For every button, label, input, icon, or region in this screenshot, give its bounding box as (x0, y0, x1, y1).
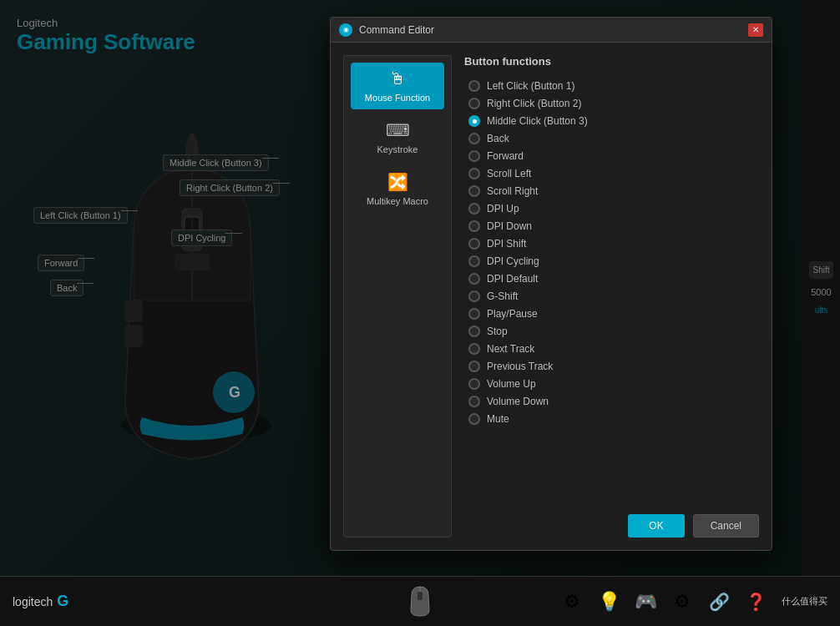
category-multikey-macro-label: Multikey Macro (367, 196, 428, 206)
radio-circle-dpi-default (468, 273, 480, 285)
radio-item-back[interactable]: Back (464, 130, 759, 147)
taskbar-icon-gaming[interactable]: 🎮 (630, 587, 660, 617)
radio-label-volume-up: Volume Up (487, 378, 536, 390)
radio-circle-stop (468, 326, 480, 337)
radio-circle-right-click (468, 98, 480, 109)
dialog-titlebar: ◉ Command Editor ✕ (331, 18, 772, 43)
radio-item-dpi-cycling[interactable]: DPI Cycling (464, 253, 759, 270)
multikey-macro-icon: 🔀 (387, 172, 408, 192)
svg-rect-10 (417, 592, 423, 600)
taskbar-icon-config[interactable]: ⚙ (667, 587, 697, 617)
radio-circle-back (468, 133, 480, 144)
radio-item-stop[interactable]: Stop (464, 323, 759, 340)
radio-label-previous-track: Previous Track (487, 361, 553, 372)
radio-circle-next-track (468, 343, 480, 355)
keystroke-icon: ⌨ (386, 120, 410, 140)
radio-circle-previous-track (468, 361, 480, 372)
taskbar-icon-help[interactable]: ❓ (741, 587, 771, 617)
radio-circle-volume-up (468, 378, 480, 390)
radio-item-forward[interactable]: Forward (464, 148, 759, 164)
dialog-content: 🖱 Mouse Function ⌨ Keystroke 🔀 Multikey … (331, 43, 772, 550)
radio-circle-dpi-shift (468, 238, 480, 250)
radio-item-dpi-default[interactable]: DPI Default (464, 270, 759, 287)
radio-circle-left-click (468, 80, 480, 92)
radio-label-g-shift: G-Shift (487, 290, 518, 302)
category-panel: 🖱 Mouse Function ⌨ Keystroke 🔀 Multikey … (343, 55, 452, 538)
options-panel: Button functions Left Click (Button 1)Ri… (464, 55, 759, 538)
radio-label-dpi-down: DPI Down (487, 220, 532, 232)
radio-item-middle-click[interactable]: Middle Click (Button 3) (464, 113, 759, 129)
taskbar-icons: ⚙ 💡 🎮 ⚙ 🔗 ❓ 什么值得买 (557, 587, 827, 617)
radio-circle-mute (468, 413, 480, 425)
radio-circle-scroll-right (468, 185, 480, 197)
category-multikey-macro[interactable]: 🔀 Multikey Macro (351, 165, 444, 213)
radio-label-scroll-left: Scroll Left (487, 168, 531, 179)
radio-item-next-track[interactable]: Next Track (464, 341, 759, 357)
taskbar-mouse-icon[interactable] (405, 587, 435, 617)
radio-label-back: Back (487, 133, 509, 144)
radio-label-left-click: Left Click (Button 1) (487, 80, 574, 92)
radio-item-g-shift[interactable]: G-Shift (464, 288, 759, 305)
radio-circle-dpi-cycling (468, 255, 480, 267)
radio-item-mute[interactable]: Mute (464, 411, 759, 427)
taskbar-icon-lighting[interactable]: 💡 (594, 587, 624, 617)
command-editor-dialog: ◉ Command Editor ✕ 🖱 Mouse Function ⌨ Ke… (330, 17, 772, 551)
dialog-footer: OK Cancel (464, 502, 759, 538)
taskbar-logo-text: logitech (13, 595, 53, 608)
taskbar-logo: logitech G (13, 593, 68, 610)
radio-item-play-pause[interactable]: Play/Pause (464, 305, 759, 322)
radio-item-previous-track[interactable]: Previous Track (464, 358, 759, 375)
radio-circle-dpi-down (468, 220, 480, 232)
radio-label-stop: Stop (487, 326, 508, 337)
options-title: Button functions (464, 55, 759, 68)
radio-item-scroll-right[interactable]: Scroll Right (464, 183, 759, 199)
cancel-button[interactable]: Cancel (693, 514, 759, 538)
radio-circle-forward (468, 150, 480, 162)
category-mouse-function[interactable]: 🖱 Mouse Function (351, 63, 444, 109)
radio-item-dpi-down[interactable]: DPI Down (464, 218, 759, 235)
radio-circle-g-shift (468, 290, 480, 302)
radio-circle-volume-down (468, 396, 480, 407)
radio-item-volume-down[interactable]: Volume Down (464, 393, 759, 410)
radio-label-dpi-up: DPI Up (487, 203, 519, 215)
taskbar-icon-settings[interactable]: ⚙ (557, 587, 587, 617)
radio-label-dpi-default: DPI Default (487, 273, 538, 285)
category-keystroke[interactable]: ⌨ Keystroke (351, 114, 444, 161)
radio-item-volume-up[interactable]: Volume Up (464, 376, 759, 392)
radio-label-dpi-shift: DPI Shift (487, 238, 526, 250)
taskbar-g-logo: G (57, 593, 68, 610)
ok-button[interactable]: OK (628, 514, 684, 538)
dialog-close-button[interactable]: ✕ (748, 23, 763, 37)
radio-label-scroll-right: Scroll Right (487, 185, 538, 197)
radio-circle-scroll-left (468, 168, 480, 179)
taskbar-icon-link[interactable]: 🔗 (704, 587, 734, 617)
dialog-title: Command Editor (359, 24, 748, 36)
taskbar-icon-label: 什么值得买 (782, 595, 827, 608)
taskbar: logitech G ⚙ 💡 🎮 ⚙ 🔗 ❓ 什么值得买 (0, 576, 840, 626)
radio-item-scroll-left[interactable]: Scroll Left (464, 165, 759, 182)
radio-label-next-track: Next Track (487, 343, 534, 355)
radio-item-left-click[interactable]: Left Click (Button 1) (464, 78, 759, 94)
radio-circle-middle-click (468, 115, 480, 127)
mouse-function-icon: 🖱 (389, 69, 406, 88)
radio-item-dpi-up[interactable]: DPI Up (464, 200, 759, 217)
radio-circle-play-pause (468, 308, 480, 320)
dialog-title-icon: ◉ (339, 23, 352, 37)
category-mouse-function-label: Mouse Function (365, 93, 430, 103)
radio-item-right-click[interactable]: Right Click (Button 2) (464, 95, 759, 112)
radio-circle-dpi-up (468, 203, 480, 215)
radio-label-mute: Mute (487, 413, 509, 425)
radio-label-forward: Forward (487, 150, 524, 162)
radio-label-dpi-cycling: DPI Cycling (487, 255, 539, 267)
radio-label-play-pause: Play/Pause (487, 308, 538, 320)
radio-list: Left Click (Button 1)Right Click (Button… (464, 78, 759, 502)
radio-label-volume-down: Volume Down (487, 396, 549, 407)
radio-label-middle-click: Middle Click (Button 3) (487, 115, 588, 127)
radio-item-dpi-shift[interactable]: DPI Shift (464, 235, 759, 252)
category-keystroke-label: Keystroke (377, 144, 418, 154)
radio-label-right-click: Right Click (Button 2) (487, 98, 581, 109)
